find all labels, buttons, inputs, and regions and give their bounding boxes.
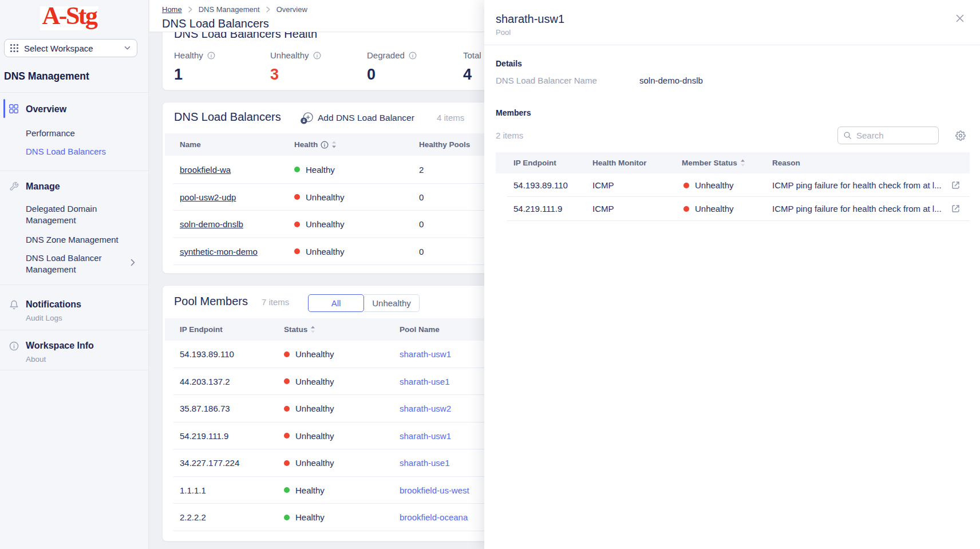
lb-col-health[interactable]: Health [279,140,404,149]
sidebar-item-manage[interactable]: Manage [26,181,60,192]
status-text: Unhealthy [695,180,734,190]
workspace-selector-label: Select Workspace [24,44,93,53]
stat-degraded: Degraded 0 [367,50,417,84]
status-text: Unhealthy [295,404,334,413]
divider [0,285,148,285]
breadcrumb-home[interactable]: Home [162,5,182,14]
add-dns-load-balancer-button[interactable]: Add DNS Load Balancer [301,111,414,124]
lb-name-link[interactable]: pool-usw2-udp [180,192,236,202]
lb-name-link[interactable]: brookfield-wa [180,165,231,175]
page-title: DNS Load Balancers [162,17,269,30]
sidebar-item-about[interactable]: About [26,354,46,365]
workspace-selector[interactable]: Select Workspace [4,39,137,57]
pool-name-link[interactable]: sharath-usw1 [400,431,451,441]
stat-total: Total 4 [463,50,481,84]
chevron-down-icon [124,46,131,50]
divider [0,171,148,171]
stat-value: 3 [270,66,321,84]
details-heading: Details [496,59,522,68]
pool-col-ip[interactable]: IP Endpoint [165,325,269,334]
sort-icon[interactable] [310,326,315,333]
bell-icon [9,300,19,310]
pool-name-link[interactable]: sharath-use1 [400,377,450,386]
ip-endpoint: 2.2.2.2 [165,512,269,522]
health-status-text: Unhealthy [306,247,345,256]
members-items-count: 2 items [496,131,523,140]
member-search [837,127,939,144]
unhealthy-dot [284,351,290,357]
lb-name-link[interactable]: soln-demo-dnslb [180,219,243,229]
health-status-text: Healthy [306,165,335,175]
status-text: Healthy [295,512,325,522]
status-text: Unhealthy [695,204,734,214]
health-monitor: ICMP [575,180,664,190]
add-locked-icon [301,112,313,124]
chevron-right-icon [266,6,270,13]
filter-unhealthy-button[interactable]: Unhealthy [364,294,420,312]
pool-name-link[interactable]: sharath-usw2 [400,404,451,413]
divider [0,92,148,93]
sort-icon[interactable] [331,141,337,148]
member-col-reason[interactable]: Reason [754,159,970,167]
stat-label: Healthy [174,50,203,60]
wrench-icon [9,181,19,191]
breadcrumb-page: Overview [276,5,307,14]
stat-label: Degraded [367,50,405,60]
active-indicator [3,99,5,118]
sidebar-item-dns-zone[interactable]: DNS Zone Management [26,234,118,246]
breadcrumb-section[interactable]: DNS Management [199,5,260,14]
sort-icon[interactable] [740,159,745,167]
stat-label: Total [463,50,481,60]
info-icon[interactable] [207,52,215,60]
sidebar-item-delegated-domain[interactable]: Delegated Domain Management [26,203,123,226]
members-table-header: IP Endpoint Health Monitor Member Status… [496,152,970,173]
lb-name-link[interactable]: synthetic-mon-demo [180,247,258,256]
sidebar-item-notifications[interactable]: Notifications [26,299,81,310]
healthy-dot [284,515,290,520]
pool-name-link[interactable]: sharath-usw1 [400,349,451,359]
close-icon[interactable] [955,14,965,23]
sidebar-item-dns-lb-mgmt[interactable]: DNS Load Balancer Management [26,252,123,275]
pool-card-title: Pool Members [174,295,248,308]
info-icon[interactable] [313,52,321,60]
unhealthy-dot [683,206,689,212]
member-col-status[interactable]: Member Status [664,159,754,167]
breadcrumb: Home DNS Management Overview [162,5,307,14]
stat-unhealthy: Unhealthy 3 [270,50,321,84]
pool-name-link[interactable]: brookfield-us-west [400,485,469,495]
external-link-icon[interactable] [951,180,961,190]
filter-all-button[interactable]: All [308,294,364,312]
chevron-right-icon[interactable] [131,259,135,266]
lb-col-name[interactable]: Name [165,140,279,149]
gear-icon[interactable] [955,131,966,141]
status-text: Unhealthy [295,377,334,386]
sidebar-item-audit-logs[interactable]: Audit Logs [26,313,62,324]
ip-endpoint: 54.193.89.110 [165,349,269,359]
info-circle-icon [9,341,19,351]
stat-value: 1 [174,66,215,84]
pool-col-status[interactable]: Status [269,325,385,334]
unhealthy-dot [294,194,300,200]
sidebar-item-overview[interactable]: Overview [26,104,66,114]
unhealthy-dot [284,406,290,412]
pool-items-count: 7 items [262,297,289,307]
divider [484,45,980,45]
member-col-ip[interactable]: IP Endpoint [496,159,575,167]
lb-items-count: 4 items [437,113,464,123]
sidebar-item-performance[interactable]: Performance [26,128,75,139]
sidebar-item-workspace-info[interactable]: Workspace Info [26,341,94,351]
health-status-text: Unhealthy [306,219,345,229]
members-heading: Members [496,108,531,117]
member-col-monitor[interactable]: Health Monitor [575,159,664,167]
panel-title: sharath-usw1 [496,13,564,26]
external-link-icon[interactable] [951,204,961,214]
search-input[interactable] [856,131,925,140]
info-icon[interactable] [321,141,329,149]
stat-label: Unhealthy [270,50,309,60]
pool-name-link[interactable]: sharath-use1 [400,458,450,468]
unhealthy-dot [284,433,290,439]
pool-name-link[interactable]: brookfield-oceana [400,512,468,522]
sidebar: A-Stg Select Workspace DNS Management Ov… [0,0,149,549]
info-icon[interactable] [409,52,417,60]
sidebar-item-dns-load-balancers[interactable]: DNS Load Balancers [26,146,106,157]
